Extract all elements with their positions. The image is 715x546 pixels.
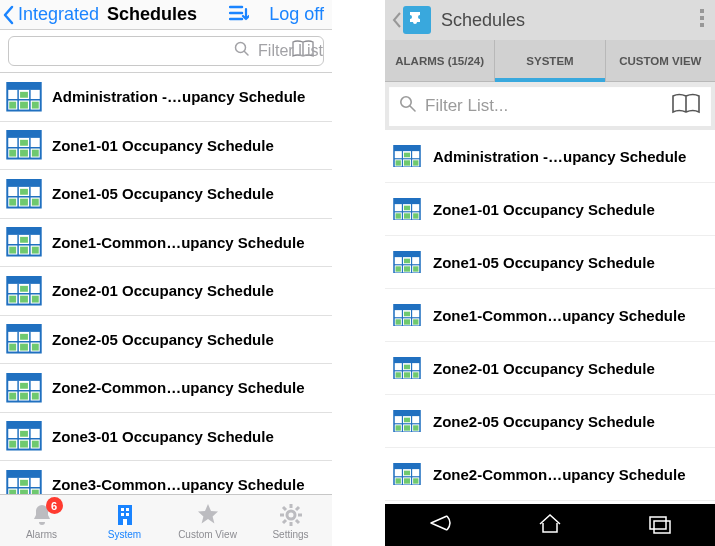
svg-rect-107 bbox=[404, 205, 410, 210]
svg-rect-118 bbox=[404, 266, 410, 271]
filter-placeholder: Filter List... bbox=[425, 96, 508, 116]
svg-rect-119 bbox=[413, 266, 418, 271]
svg-rect-20 bbox=[7, 180, 40, 187]
svg-rect-25 bbox=[9, 199, 16, 206]
logoff-button[interactable]: Log off bbox=[269, 4, 324, 25]
list-item-label: Zone1-05 Occupancy Schedule bbox=[433, 254, 655, 271]
list-item-label: Zone2-01 Occupancy Schedule bbox=[52, 282, 274, 299]
svg-rect-101 bbox=[413, 160, 418, 165]
svg-rect-109 bbox=[404, 213, 410, 218]
schedule-icon bbox=[393, 463, 421, 486]
list-item[interactable]: Zone3-01 Occupancy Schedule bbox=[0, 413, 332, 462]
tab-alarms[interactable]: 6 Alarms bbox=[0, 495, 83, 546]
svg-rect-69 bbox=[20, 431, 28, 437]
schedule-icon bbox=[393, 357, 421, 380]
schedule-icon bbox=[6, 82, 42, 112]
list-item[interactable]: Zone1-Common…upancy Schedule bbox=[385, 289, 715, 342]
list-item[interactable]: Zone2-Common…upancy Schedule bbox=[385, 448, 715, 501]
tab-settings[interactable]: Settings bbox=[249, 495, 332, 546]
list-item[interactable]: Zone1-05 Occupancy Schedule bbox=[385, 236, 715, 289]
star-icon bbox=[195, 502, 221, 528]
schedule-icon bbox=[393, 198, 421, 221]
ios-tabbar: 6 Alarms System Custom View Settings bbox=[0, 494, 332, 546]
filter-input[interactable]: Filter List... bbox=[389, 86, 711, 126]
svg-rect-45 bbox=[32, 296, 39, 303]
overflow-menu[interactable] bbox=[699, 7, 709, 33]
list-item[interactable]: Zone2-05 Occupancy Schedule bbox=[0, 316, 332, 365]
svg-rect-108 bbox=[396, 213, 401, 218]
svg-rect-135 bbox=[396, 372, 401, 377]
kebab-icon bbox=[699, 7, 705, 29]
sort-button[interactable] bbox=[229, 4, 249, 26]
chevron-left-icon bbox=[2, 5, 16, 25]
svg-rect-33 bbox=[20, 237, 28, 243]
list-item[interactable]: Zone1-01 Occupancy Schedule bbox=[0, 122, 332, 171]
svg-rect-121 bbox=[394, 304, 420, 309]
back-button[interactable] bbox=[391, 6, 431, 34]
svg-rect-94 bbox=[394, 145, 420, 150]
svg-rect-152 bbox=[404, 470, 410, 475]
back-button[interactable]: Integrated bbox=[2, 4, 99, 25]
tab-label: System bbox=[108, 529, 141, 540]
svg-rect-98 bbox=[404, 152, 410, 157]
schedule-icon bbox=[6, 130, 42, 160]
list-item-label: Zone1-01 Occupancy Schedule bbox=[52, 137, 274, 154]
svg-rect-53 bbox=[20, 344, 28, 351]
list-item[interactable]: Administration -…upancy Schedule bbox=[0, 73, 332, 122]
svg-rect-145 bbox=[404, 425, 410, 430]
tab-custom-view[interactable]: CUSTOM VIEW bbox=[606, 40, 715, 81]
svg-rect-72 bbox=[32, 441, 39, 448]
svg-rect-155 bbox=[413, 478, 418, 483]
list-item[interactable]: Zone2-Common…upancy Schedule bbox=[0, 364, 332, 413]
sort-icon bbox=[229, 4, 249, 22]
svg-rect-144 bbox=[396, 425, 401, 430]
svg-rect-38 bbox=[7, 277, 40, 284]
schedule-icon bbox=[6, 227, 42, 257]
svg-rect-89 bbox=[700, 9, 704, 13]
list-item[interactable]: Zone1-Common…upancy Schedule bbox=[0, 219, 332, 268]
nav-home[interactable] bbox=[535, 512, 565, 538]
tab-system[interactable]: System bbox=[83, 495, 166, 546]
book-icon bbox=[291, 39, 315, 59]
svg-rect-74 bbox=[7, 471, 40, 478]
bookmark-button[interactable] bbox=[671, 92, 701, 121]
svg-rect-36 bbox=[32, 247, 39, 254]
list-item[interactable]: Zone2-05 Occupancy Schedule bbox=[385, 395, 715, 448]
svg-rect-78 bbox=[20, 480, 28, 486]
schedule-icon bbox=[6, 179, 42, 209]
svg-rect-29 bbox=[7, 228, 40, 235]
svg-rect-11 bbox=[7, 131, 40, 138]
svg-rect-27 bbox=[32, 199, 39, 206]
svg-rect-156 bbox=[650, 517, 666, 529]
nav-recent[interactable] bbox=[645, 512, 675, 538]
list-item[interactable]: Zone2-01 Occupancy Schedule bbox=[0, 267, 332, 316]
recent-icon bbox=[645, 512, 675, 534]
list-item[interactable]: Zone1-05 Occupancy Schedule bbox=[0, 170, 332, 219]
svg-rect-16 bbox=[9, 150, 16, 157]
svg-rect-84 bbox=[126, 508, 129, 511]
svg-rect-2 bbox=[7, 83, 40, 90]
page-title: Schedules bbox=[441, 10, 525, 31]
page-title: Schedules bbox=[107, 4, 197, 25]
svg-rect-63 bbox=[32, 393, 39, 400]
android-navbar bbox=[385, 504, 715, 546]
list-item[interactable]: Zone2-01 Occupancy Schedule bbox=[385, 342, 715, 395]
svg-rect-54 bbox=[32, 344, 39, 351]
tab-alarms[interactable]: ALARMS (15/24) bbox=[385, 40, 495, 81]
schedule-icon bbox=[6, 276, 42, 306]
back-icon bbox=[425, 512, 455, 534]
list-item[interactable]: Zone1-01 Occupancy Schedule bbox=[385, 183, 715, 236]
list-item-label: Zone2-05 Occupancy Schedule bbox=[433, 413, 655, 430]
svg-point-88 bbox=[287, 511, 295, 519]
bookmark-button[interactable] bbox=[291, 39, 315, 63]
book-icon bbox=[671, 92, 701, 116]
nav-back[interactable] bbox=[425, 512, 455, 538]
svg-rect-42 bbox=[20, 286, 28, 292]
android-tabs: ALARMS (15/24) SYSTEM CUSTOM VIEW bbox=[385, 40, 715, 82]
list-item[interactable]: Administration -…upancy Schedule bbox=[385, 130, 715, 183]
tab-custom-view[interactable]: Custom View bbox=[166, 495, 249, 546]
filter-input[interactable]: Filter List bbox=[8, 36, 324, 66]
tab-system[interactable]: SYSTEM bbox=[495, 40, 605, 81]
svg-rect-130 bbox=[394, 357, 420, 362]
svg-rect-35 bbox=[20, 247, 28, 254]
